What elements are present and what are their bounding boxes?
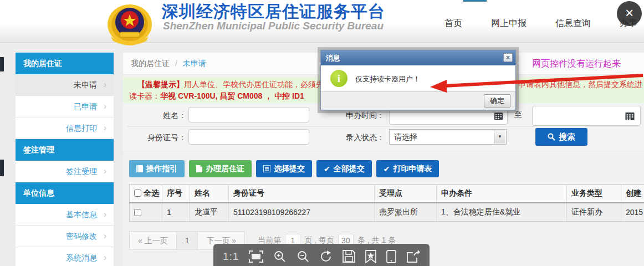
- submit-selected-button[interactable]: 选择提交: [256, 160, 312, 177]
- row-select-cell: [130, 203, 162, 222]
- header-accept-point: 受理点: [375, 185, 437, 203]
- warning-line2: 读卡器：华视 CVR-100U, 昌贸 CM008 ， 中控 ID1: [129, 91, 304, 101]
- divider: [127, 126, 640, 127]
- search-button[interactable]: 搜索: [535, 128, 587, 146]
- cell-condition: 1、合法稳定居住&就业: [437, 203, 567, 222]
- zoom-out-icon[interactable]: [297, 250, 310, 263]
- dialog-footer: 确定: [321, 91, 515, 110]
- breadcrumb-current: 未申请: [183, 59, 206, 68]
- chevron-right-icon: ›: [104, 117, 106, 139]
- check-icon: ✔: [324, 165, 330, 173]
- chevron-right-icon: ›: [104, 161, 106, 182]
- table-header-row: 全选 序号 姓名 身份证号 受理点 申办条件 业务类型 创建: [130, 185, 644, 203]
- nav-home[interactable]: 首页: [444, 18, 462, 29]
- sidebar-item-label: 签注受理: [66, 167, 97, 176]
- warning-line1-right: 申请表内其他信息，然后提交系统进: [518, 80, 642, 90]
- sidebar-item-label: 已申请: [74, 102, 97, 111]
- header-id-number: 身份证号: [229, 185, 375, 203]
- id-number-input[interactable]: [188, 129, 309, 145]
- warning-text: 读卡器：: [129, 91, 160, 100]
- background-artifact: [0, 160, 4, 176]
- sidebar-item-not-applied[interactable]: 未申请 ›: [16, 74, 114, 96]
- calendar-icon[interactable]: [625, 112, 635, 120]
- apply-time-to-input[interactable]: [532, 106, 641, 126]
- cell-name: 龙道平: [190, 203, 229, 222]
- save-icon[interactable]: [343, 250, 355, 263]
- ok-button[interactable]: 确定: [484, 94, 510, 108]
- sidebar-section-my-permit: 我的居住证: [16, 53, 114, 74]
- prev-page-button[interactable]: « 上一页: [129, 231, 177, 250]
- applications-table: 全选 序号 姓名 身份证号 受理点 申办条件 业务类型 创建 1 龙道平 511…: [129, 184, 644, 222]
- breadcrumb: 我的居住证 / 未申请: [131, 53, 206, 74]
- sidebar-item-label: 基本信息: [66, 210, 97, 219]
- file-icon: [196, 165, 202, 172]
- date-range-separator: 至: [514, 110, 522, 120]
- search-icon: [548, 133, 555, 141]
- page-number-button[interactable]: 1: [176, 231, 198, 250]
- sidebar-item-label: 密码修改: [66, 232, 97, 241]
- sidebar-item-change-password[interactable]: 密码修改 ›: [16, 226, 114, 247]
- sidebar-item-applied[interactable]: 已申请 ›: [16, 96, 114, 117]
- dialog-message: 仅支持读卡器用户！: [355, 74, 420, 84]
- calendar-icon[interactable]: [494, 112, 503, 120]
- search-label: 搜索: [559, 132, 575, 142]
- header-label: 全选: [144, 188, 159, 197]
- police-badge-logo: [103, 0, 156, 45]
- dialog-body: i 仅支持读卡器用户！: [321, 65, 515, 91]
- header-condition: 申办条件: [437, 185, 567, 203]
- dialog-title: 消息: [326, 54, 340, 62]
- site-header: 深圳经济特区居住证服务平台 ShenZhen Municipal Public …: [0, 0, 644, 43]
- close-icon[interactable]: ×: [617, 1, 642, 26]
- sidebar-item-info-print[interactable]: 信息打印 ›: [16, 117, 114, 139]
- bookmark-star-icon[interactable]: [365, 250, 376, 263]
- sidebar-item-endorsement-accept[interactable]: 签注受理 ›: [16, 161, 114, 182]
- warning-line1: 【温馨提示】用人单位、学校代办居住证功能，必须先: [137, 80, 324, 90]
- device-icon[interactable]: [386, 250, 396, 263]
- submit-all-button[interactable]: ✔ 全部提交: [316, 160, 372, 177]
- apply-permit-button[interactable]: 办理居住证: [189, 160, 252, 177]
- sidebar-item-label: 信息打印: [66, 124, 97, 132]
- dropdown-arrow-icon[interactable]: ▼: [494, 130, 505, 144]
- plugin-error-text: 网页控件没有运行起来: [532, 58, 621, 70]
- print-application-button[interactable]: ✔ 打印申请表: [376, 160, 439, 177]
- info-icon: i: [330, 70, 347, 87]
- background-artifact: [0, 57, 4, 71]
- entry-status-value: 请选择: [394, 130, 417, 144]
- nav-online-declare[interactable]: 网上申报: [491, 18, 527, 29]
- sidebar-item-basic-info[interactable]: 基本信息 ›: [16, 204, 114, 226]
- sidebar-item-system-message[interactable]: 系统消息 ›: [16, 247, 114, 266]
- row-checkbox[interactable]: [134, 209, 141, 216]
- dialog-titlebar: 消息 ×: [321, 50, 515, 65]
- name-input[interactable]: [188, 107, 309, 122]
- nav-info-query[interactable]: 信息查询: [555, 18, 591, 29]
- sidebar-item-label: 系统消息: [66, 253, 97, 262]
- name-label: 姓名：: [125, 106, 186, 124]
- header-name: 姓名: [190, 185, 229, 203]
- table-row: 1 龙道平 511023198109266227 燕罗派出所 1、合法稳定居住&…: [130, 203, 644, 222]
- header-biz-type: 业务类型: [567, 185, 621, 203]
- breadcrumb-separator: /: [175, 59, 177, 68]
- chevron-right-icon: ›: [104, 96, 106, 117]
- operation-guide-button[interactable]: 操作指引: [129, 160, 185, 177]
- browser-tab-strip: [463, 0, 487, 2]
- header-seq: 序号: [162, 185, 190, 203]
- chevron-right-icon: ›: [104, 204, 106, 225]
- cell-seq: 1: [162, 203, 190, 222]
- rotate-icon[interactable]: [320, 250, 333, 263]
- zoom-in-icon[interactable]: [273, 250, 287, 263]
- list-icon: [263, 165, 270, 172]
- actual-size-button[interactable]: 1:1: [223, 250, 239, 263]
- site-subtitle: ShenZhen Municipal Public Security Burea…: [163, 20, 384, 32]
- warning-tag: 【温馨提示】: [137, 80, 184, 89]
- cell-created: 2015: [621, 203, 644, 222]
- id-number-label: 身份证号：: [125, 129, 186, 146]
- breadcrumb-root[interactable]: 我的居住证: [131, 59, 170, 68]
- fit-screen-icon[interactable]: [249, 250, 263, 263]
- entry-status-select[interactable]: 请选择 ▼: [389, 129, 507, 145]
- dialog-close-icon[interactable]: ×: [503, 53, 513, 62]
- share-icon[interactable]: [406, 250, 420, 263]
- sidebar: 我的居住证 未申请 › 已申请 › 信息打印 › 签注管理 签注受理 › 单位信…: [16, 53, 114, 266]
- sidebar-section-unit-info: 单位信息: [16, 182, 114, 204]
- chevron-right-icon: ›: [104, 74, 106, 95]
- select-all-checkbox[interactable]: [134, 190, 141, 197]
